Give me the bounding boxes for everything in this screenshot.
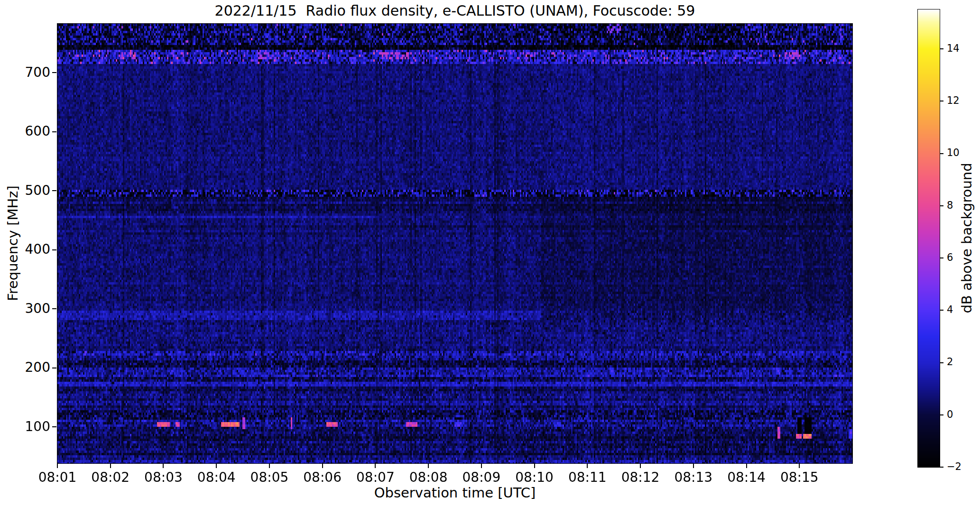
- colorbar-tick-label: 10: [947, 147, 960, 158]
- y-tick-label: 400: [0, 241, 50, 257]
- y-tick-mark: [52, 131, 56, 132]
- x-tick-label: 08:13: [667, 469, 720, 485]
- x-tick-mark: [269, 464, 270, 468]
- chart-title: 2022/11/15 Radio flux density, e-CALLIST…: [57, 2, 852, 19]
- x-tick-mark: [322, 464, 323, 468]
- x-tick-mark: [428, 464, 429, 468]
- colorbar-tick-label: 6: [947, 252, 953, 263]
- colorbar-tick-label: 12: [947, 95, 960, 106]
- colorbar-tick-label: −2: [947, 461, 962, 472]
- colorbar-tick-mark: [940, 362, 943, 363]
- x-tick-mark: [216, 464, 217, 468]
- y-tick-label: 500: [0, 183, 50, 198]
- x-tick-mark: [481, 464, 482, 468]
- y-tick-mark: [52, 308, 56, 309]
- x-tick-mark: [746, 464, 747, 468]
- x-tick-label: 08:14: [720, 469, 773, 485]
- x-tick-label: 08:06: [296, 469, 349, 485]
- x-tick-mark: [587, 464, 588, 468]
- x-tick-mark: [799, 464, 800, 468]
- plot-area: [57, 23, 853, 464]
- x-tick-label: 08:02: [84, 469, 137, 485]
- colorbar-tick-mark: [940, 467, 943, 468]
- x-tick-label: 08:10: [508, 469, 561, 485]
- colorbar-tick-mark: [940, 153, 943, 154]
- x-tick-label: 08:15: [773, 469, 826, 485]
- x-tick-mark: [640, 464, 641, 468]
- colorbar-label: dB above background: [959, 163, 975, 313]
- y-tick-mark: [52, 249, 56, 250]
- x-tick-mark: [163, 464, 164, 468]
- x-tick-mark: [110, 464, 111, 468]
- x-tick-mark: [375, 464, 376, 468]
- colorbar-tick-label: 2: [947, 356, 953, 368]
- x-tick-label: 08:08: [402, 469, 455, 485]
- y-tick-mark: [52, 426, 56, 427]
- colorbar-tick-label: 8: [947, 200, 953, 211]
- y-tick-label: 600: [0, 123, 50, 139]
- x-tick-label: 08:12: [614, 469, 667, 485]
- colorbar-canvas: [918, 9, 940, 467]
- colorbar-tick-label: 0: [947, 409, 953, 420]
- x-tick-label: 08:04: [190, 469, 243, 485]
- colorbar-tick-label: 14: [947, 43, 960, 54]
- figure: 2022/11/15 Radio flux density, e-CALLIST…: [0, 0, 980, 506]
- colorbar-tick-mark: [940, 48, 943, 49]
- x-tick-mark: [693, 464, 694, 468]
- colorbar-tick-mark: [940, 205, 943, 206]
- x-tick-mark: [57, 464, 58, 468]
- y-tick-label: 200: [0, 359, 50, 375]
- x-tick-label: 08:11: [561, 469, 614, 485]
- y-tick-label: 100: [0, 419, 50, 434]
- spectrogram-canvas: [57, 24, 852, 463]
- x-tick-label: 08:03: [137, 469, 190, 485]
- y-tick-label: 300: [0, 301, 50, 316]
- colorbar-tick-mark: [940, 310, 943, 311]
- colorbar-tick-mark: [940, 414, 943, 415]
- x-tick-label: 08:09: [455, 469, 508, 485]
- colorbar-tick-mark: [940, 258, 943, 258]
- colorbar: [917, 9, 940, 468]
- x-tick-label: 08:01: [31, 469, 84, 485]
- x-axis-label: Observation time [UTC]: [57, 485, 852, 501]
- x-tick-label: 08:05: [243, 469, 296, 485]
- y-tick-mark: [52, 368, 56, 368]
- x-tick-mark: [534, 464, 535, 468]
- y-tick-mark: [52, 72, 56, 73]
- x-tick-label: 08:07: [349, 469, 402, 485]
- colorbar-tick-mark: [940, 101, 943, 101]
- y-tick-mark: [52, 190, 56, 191]
- colorbar-tick-label: 4: [947, 304, 953, 315]
- y-tick-label: 700: [0, 64, 50, 80]
